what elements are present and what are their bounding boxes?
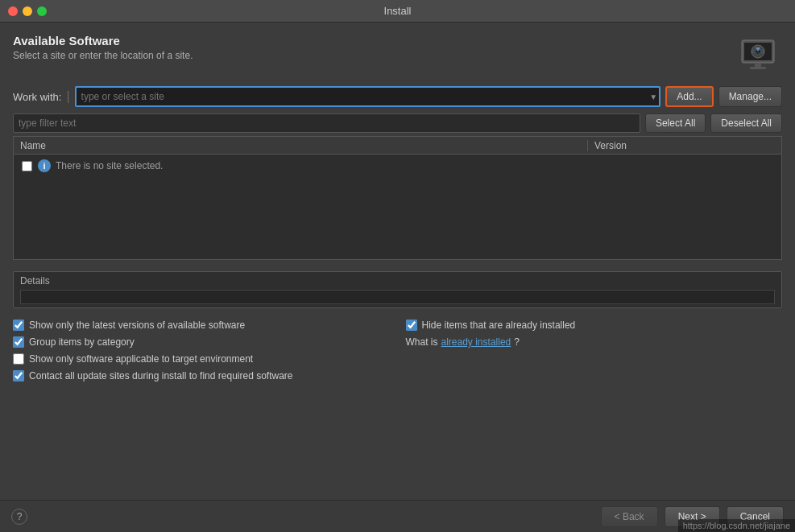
bottom-bar: ? < Back Next > Cancel <box>0 500 795 532</box>
empty-message: There is no site selected. <box>56 160 163 171</box>
work-with-row: Work with: | ▼ Add... Manage... <box>13 86 782 107</box>
details-label: Details <box>20 275 775 287</box>
option-row-1: Show only the latest versions of availab… <box>13 320 390 331</box>
already-installed-link[interactable]: already installed <box>441 336 511 348</box>
svg-rect-6 <box>750 67 766 69</box>
close-button[interactable] <box>8 6 18 16</box>
options-left: Show only the latest versions of availab… <box>13 320 390 381</box>
details-section: Details <box>13 271 782 308</box>
site-input[interactable] <box>75 86 661 107</box>
option-row-2: Hide items that are already installed <box>406 320 783 331</box>
page-subtitle: Select a site or enter the location of a… <box>13 50 193 61</box>
col-version: Version <box>588 140 781 151</box>
window-title: Install <box>384 5 412 17</box>
option-label-1: Show only the latest versions of availab… <box>29 320 245 331</box>
option-row-6: Contact all update sites during install … <box>13 370 390 381</box>
row-checkbox[interactable] <box>22 161 32 171</box>
page-title: Available Software <box>13 34 193 47</box>
col-name: Name <box>14 140 588 151</box>
option-row-5: Show only software applicable to target … <box>13 353 390 365</box>
option-row-3: Group items by category <box>13 336 390 348</box>
info-icon: i <box>38 159 51 172</box>
options-right: Hide items that are already installed Wh… <box>406 320 783 381</box>
help-button[interactable]: ? <box>11 509 27 525</box>
option-checkbox-2[interactable] <box>406 320 417 331</box>
titlebar: Install <box>0 0 795 23</box>
header-text: Available Software Select a site or ente… <box>13 34 193 61</box>
what-is-row: What is already installed ? <box>406 336 783 348</box>
what-is-prefix: What is <box>406 336 438 348</box>
header-row: Available Software Select a site or ente… <box>13 34 782 78</box>
deselect-all-button[interactable]: Deselect All <box>710 113 782 133</box>
minimize-button[interactable] <box>23 6 32 16</box>
watermark: https://blog.csdn.net/jiajane <box>678 519 795 532</box>
table-empty-row: i There is no site selected. <box>14 155 781 177</box>
option-checkbox-3[interactable] <box>13 336 24 348</box>
window-controls <box>8 6 47 16</box>
option-checkbox-6[interactable] <box>13 370 24 381</box>
table-section: Name Version i There is no site selected… <box>13 136 782 260</box>
cd-icon <box>734 34 782 78</box>
option-label-2: Hide items that are already installed <box>422 320 576 331</box>
table-header: Name Version <box>14 137 781 155</box>
options-section: Show only the latest versions of availab… <box>13 320 782 381</box>
filter-input[interactable] <box>13 113 640 133</box>
option-checkbox-1[interactable] <box>13 320 24 331</box>
table-body[interactable]: i There is no site selected. <box>14 155 781 259</box>
option-label-5: Show only software applicable to target … <box>29 353 253 365</box>
option-label-3: Group items by category <box>29 336 135 348</box>
main-content: Available Software Select a site or ente… <box>0 23 795 500</box>
back-button[interactable]: < Back <box>601 506 658 527</box>
details-bar <box>20 290 775 304</box>
install-icon <box>738 36 778 76</box>
option-checkbox-5[interactable] <box>13 353 24 365</box>
manage-button[interactable]: Manage... <box>718 86 782 107</box>
add-button[interactable]: Add... <box>665 86 713 107</box>
maximize-button[interactable] <box>37 6 47 16</box>
work-with-label: Work with: <box>13 91 61 103</box>
filter-row: Select All Deselect All <box>13 113 782 133</box>
site-input-wrap: ▼ <box>75 86 661 107</box>
software-table: Name Version i There is no site selected… <box>13 136 782 260</box>
row-checkbox-cell[interactable] <box>20 159 33 172</box>
what-is-suffix: ? <box>514 336 520 348</box>
option-label-6: Contact all update sites during install … <box>29 370 293 381</box>
select-all-button[interactable]: Select All <box>645 113 706 133</box>
svg-rect-5 <box>755 63 761 67</box>
work-with-separator: | <box>66 89 69 104</box>
